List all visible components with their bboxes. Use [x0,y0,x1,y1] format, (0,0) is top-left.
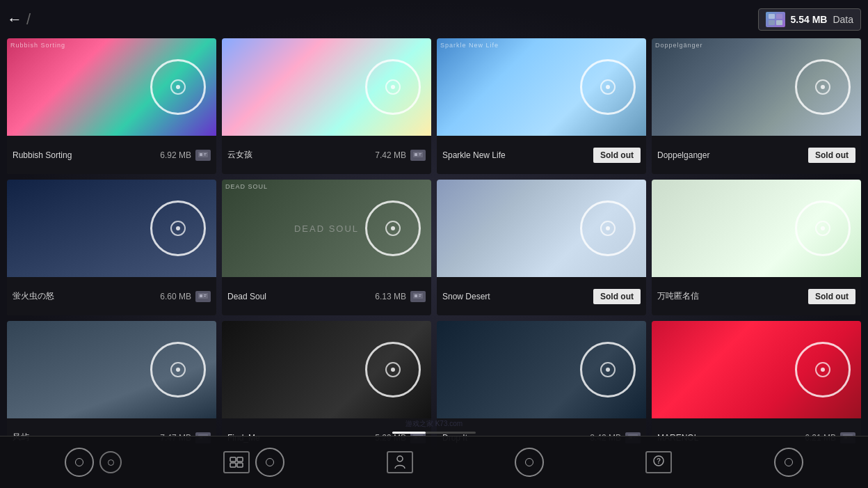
card-info-snow-desert: Snow DesertSold out [437,277,646,315]
thumbnail-dropit [437,321,646,418]
svg-rect-38 [230,463,236,467]
disc-dot-manjie [821,226,825,230]
dead-soul-label: DEAD SOUL [294,223,359,234]
svg-rect-13 [200,294,202,297]
bottom-disc-2[interactable] [99,451,122,473]
svg-rect-9 [415,153,417,156]
bottom-disc-inner-2 [108,459,114,466]
thumbnail-marenol [652,321,861,418]
song-card-sparkle-new-life[interactable]: Sparkle New LifeSparkle New LifeSold out [437,38,646,174]
svg-rect-6 [204,153,207,154]
sold-out-badge-snow-desert: Sold out [593,289,641,304]
thumbnail-findme [222,321,431,418]
disc-overlay-rubbish-sorting [150,59,206,115]
song-card-doppelganger[interactable]: DoppelgängerDoppelgangerSold out [652,38,861,174]
disc-dot-hotaru [176,226,180,230]
person-icon [387,451,413,473]
thumb-text-rubbish-sorting: Rubbish Sorting [10,42,65,49]
disc-overlay-dead-soul [365,200,421,256]
song-card-manjie[interactable]: 万吨匿名信Sold out [652,180,861,315]
disc-dot-marenol [821,368,825,372]
song-card-hotaru[interactable]: 蛍火虫の怒6.60 MB [7,180,216,315]
disc-inner-findme [385,362,401,377]
thumbnail-snow-desert [437,180,646,277]
disc-overlay-yunvhai [365,59,421,115]
thumbnail-fengya [7,321,216,418]
thumbnail-yunvhai [222,38,431,136]
svg-rect-39 [237,463,243,467]
header-info: 5.54 MB Data [758,8,862,31]
card-title-sparkle-new-life: Sparkle New Life [442,150,589,160]
card-title-hotaru: 蛍火虫の怒 [13,290,156,302]
bottom-disc-pair-2 [515,448,544,477]
bottom-disc-3[interactable] [255,448,284,477]
disc-dot-fengya [176,368,180,372]
card-info-rubbish-sorting: Rubbish Sorting6.92 MB [7,136,216,174]
svg-rect-0 [769,14,775,19]
card-size-rubbish-sorting: 6.92 MB [160,150,191,160]
bottom-navigation: ? [0,436,868,488]
disc-inner-yunvhai [385,79,401,95]
card-size-hotaru: 6.60 MB [160,292,191,301]
card-title-snow-desert: Snow Desert [442,292,589,301]
card-size-dead-soul: 6.13 MB [375,292,406,301]
bottom-disc-inner-4 [525,458,533,466]
bottom-disc-4[interactable] [515,448,544,477]
card-title-doppelganger: Doppelganger [657,150,804,160]
bottom-disc-5-circle [774,448,803,477]
svg-point-40 [397,456,403,462]
svg-rect-11 [419,155,421,155]
bottom-question-btn[interactable]: ? [645,451,672,473]
song-card-rubbish-sorting[interactable]: Rubbish SortingRubbish Sorting6.92 MB [7,38,216,174]
svg-rect-2 [769,20,775,25]
svg-rect-3 [776,20,782,25]
download-icon-dead-soul[interactable] [410,291,426,302]
bottom-person-btn[interactable] [387,451,413,473]
disc-overlay-hotaru [150,200,206,256]
watermark: 游戏之家 K73.com [405,419,463,429]
thumbnail-manjie [652,180,861,277]
song-card-snow-desert[interactable]: Snow DesertSold out [437,180,646,315]
disc-inner-manjie [815,221,830,236]
thumbnail-dead-soul: DEAD SOULDEAD SOUL [222,180,431,277]
disc-overlay-snow-desert [580,200,636,256]
bottom-disc-pair [65,448,122,477]
disc-inner-rubbish-sorting [170,79,186,95]
disc-overlay-dropit [580,342,636,398]
card-info-yunvhai: 云女孩7.42 MB [222,136,431,174]
disc-dot-dead-soul [391,226,395,230]
thumb-text-doppelganger: Doppelgänger [655,42,703,49]
svg-rect-18 [419,294,421,295]
disc-overlay-doppelganger [795,59,851,115]
thumbnail-sparkle-new-life: Sparkle New Life [437,38,646,136]
card-title-yunvhai: 云女孩 [227,149,371,161]
disc-overlay-manjie [795,200,851,256]
download-icon-yunvhai[interactable] [410,150,426,161]
bottom-grid-btn[interactable] [223,448,284,477]
download-icon-rubbish-sorting[interactable] [195,150,211,161]
disc-inner-fengya [170,362,186,377]
bottom-disc-1[interactable] [65,448,94,477]
disc-dot-findme [391,368,395,372]
svg-rect-19 [419,296,421,297]
bottom-disc-inner-1 [75,458,83,466]
card-info-dead-soul: Dead Soul6.13 MB [222,277,431,315]
header: ← / 5.54 MB Data [0,0,868,38]
disc-dot-yunvhai [391,85,395,89]
progress-fill [392,432,426,434]
disc-dot-dropit [606,368,610,372]
card-info-hotaru: 蛍火虫の怒6.60 MB [7,277,216,315]
download-icon-hotaru[interactable] [195,291,211,302]
song-card-dead-soul[interactable]: DEAD SOULDEAD SOULDead Soul6.13 MB [222,180,431,315]
disc-dot-sparkle-new-life [606,85,610,89]
card-title-rubbish-sorting: Rubbish Sorting [13,150,156,160]
back-button[interactable]: ← / [7,10,31,29]
card-info-manjie: 万吨匿名信Sold out [652,277,861,315]
song-card-yunvhai[interactable]: 云女孩7.42 MB [222,38,431,174]
back-arrow: ← [7,10,22,29]
bottom-disc-5[interactable] [774,448,803,477]
scroll-progress [392,432,476,434]
song-grid: Rubbish SortingRubbish Sorting6.92 MB 云女… [7,38,861,457]
svg-rect-15 [204,296,206,297]
card-info-doppelganger: DoppelgangerSold out [652,136,861,174]
